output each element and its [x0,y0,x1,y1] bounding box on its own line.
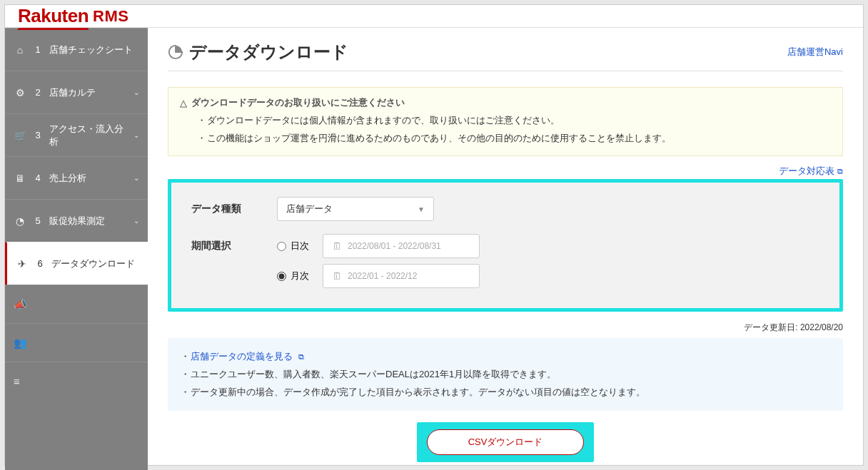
updated-value: 2022/08/20 [800,322,843,332]
sidebar-item-2[interactable]: ⚙2店舗カルテ⌄ [5,71,148,113]
monthly-range-text: 2022/01 - 2022/12 [348,271,417,281]
warning-line: ダウンロードデータには個人情報が含まれますので、取り扱いにはご注意ください。 [197,112,831,130]
warning-heading: △ ダウンロードデータのお取り扱いにご注意ください [180,96,831,109]
chart-link-row: データ対応表⧉ [168,165,843,178]
warning-list: ダウンロードデータには個人情報が含まれますので、取り扱いにはご注意ください。この… [180,112,831,147]
sidebar-item-index: 5 [34,215,42,226]
gear-icon: ⚙ [14,87,26,98]
daily-date-input[interactable]: 🗓 2022/08/01 - 2022/08/31 [323,234,480,258]
cart-icon: 🛒 [14,130,26,141]
warning-box: △ ダウンロードデータのお取り扱いにご注意ください ダウンロードデータには個人情… [168,87,843,156]
sidebar-item-5[interactable]: ◔5販促効果測定⌄ [5,199,148,242]
home-icon: ⌂ [14,44,26,56]
sidebar-item-index: 2 [34,87,42,98]
monthly-row: 月次 🗓 2022/01 - 2022/12 [277,264,819,288]
pie-icon: ◔ [14,215,26,227]
info-line: データ更新中の場合、データ作成が完了した項目から表示されます。データがない項目の… [181,384,830,402]
updated-label: データ更新日: [744,322,797,332]
title-row: データダウンロード 店舗運営Navi [168,41,843,71]
sidebar-item-6[interactable]: ✈6データダウンロード [5,242,148,285]
sidebar-item-index: 3 [34,130,42,141]
daily-radio-input[interactable] [277,242,286,251]
list-icon[interactable]: ≡ [5,362,148,400]
sidebar-item-label: アクセス・流入分析 [49,123,126,148]
calendar-icon: 🗓 [332,240,342,252]
sidebar-item-index: 1 [34,44,42,55]
monthly-date-input[interactable]: 🗓 2022/01 - 2022/12 [323,264,480,288]
sidebar-item-1[interactable]: ⌂1店舗チェックシート [5,28,148,71]
definition-link[interactable]: 店舗データの定義を見る ⧉ [191,351,304,362]
sidebar-item-label: データダウンロード [51,257,139,270]
monthly-radio[interactable]: 月次 [277,270,314,282]
calendar-icon: 🗓 [332,270,342,282]
app-frame: Rakuten RMS ⌂1店舗チェックシート⚙2店舗カルテ⌄🛒3アクセス・流入… [4,4,864,466]
sidebar-tray: 📣👥≡ [5,285,148,400]
csv-download-button[interactable]: CSVダウンロード [427,429,584,455]
shop-navi-link[interactable]: 店舗運営Navi [787,46,843,58]
sidebar-item-3[interactable]: 🛒3アクセス・流入分析⌄ [5,113,148,156]
period-label: 期間選択 [191,240,277,252]
send-icon: ✈ [16,258,29,270]
info-line: ユニークユーザー数、購入者数、楽天スーパーDEALは2021年1月以降を取得でき… [181,366,830,384]
sidebar-item-4[interactable]: 🖥4売上分析⌄ [5,156,148,199]
info-box: 店舗データの定義を見る ⧉ ユニークユーザー数、購入者数、楽天スーパーDEALは… [168,338,843,411]
data-type-label: データ種類 [191,203,277,215]
logo-rms: RMS [93,7,128,26]
logo-rakuten: Rakuten [18,5,89,27]
download-highlight: CSVダウンロード [417,422,594,462]
sidebar-item-index: 4 [34,173,42,183]
sidebar-item-label: 売上分析 [49,172,126,185]
sidebar-item-label: 販促効果測定 [49,215,126,228]
chevron-down-icon: ⌄ [133,131,139,139]
chevron-down-icon: ▼ [418,205,425,213]
chevron-down-icon: ⌄ [133,217,139,225]
daily-radio[interactable]: 日次 [277,240,314,252]
pie-icon [168,44,183,60]
monthly-radio-input[interactable] [277,272,286,281]
sidebar-item-label: 店舗チェックシート [49,44,139,56]
updated-row: データ更新日: 2022/08/20 [168,322,843,334]
megaphone-icon[interactable]: 📣 [5,285,148,323]
sidebar: ⌂1店舗チェックシート⚙2店舗カルテ⌄🛒3アクセス・流入分析⌄🖥4売上分析⌄◔5… [5,28,148,470]
external-link-icon: ⧉ [837,167,843,175]
chevron-down-icon: ⌄ [133,174,139,182]
warning-heading-text: ダウンロードデータのお取り扱いにご注意ください [191,96,405,109]
sidebar-item-label: 店舗カルテ [49,86,126,99]
chevron-down-icon: ⌄ [133,88,139,96]
main-content: データダウンロード 店舗運営Navi △ ダウンロードデータのお取り扱いにご注意… [148,28,863,470]
data-type-select[interactable]: 店舗データ ▼ [277,197,434,221]
warning-line: この機能はショップ運営を円滑に進めるためのものであり、その他の目的のために使用す… [197,130,831,148]
data-table-link[interactable]: データ対応表⧉ [779,165,843,176]
info-link-row: 店舗データの定義を見る ⧉ [181,348,830,366]
filter-panel: データ種類 店舗データ ▼ 期間選択 日次 🗓 2022/08/01 - 202… [168,179,843,312]
monitor-icon: 🖥 [14,173,26,184]
data-type-row: データ種類 店舗データ ▼ [191,197,819,221]
external-link-icon: ⧉ [298,352,304,361]
monthly-radio-label: 月次 [291,270,309,282]
daily-radio-label: 日次 [291,240,309,252]
data-type-value: 店舗データ [286,203,333,215]
page-title-text: データダウンロード [189,41,348,63]
sidebar-item-index: 6 [36,258,44,269]
page-title: データダウンロード [168,41,348,63]
header: Rakuten RMS [5,5,863,28]
download-wrap: CSVダウンロード [168,422,843,462]
daily-range-text: 2022/08/01 - 2022/08/31 [348,241,441,251]
warning-icon: △ [180,98,187,108]
users-icon[interactable]: 👥 [5,323,148,362]
period-row: 期間選択 日次 🗓 2022/08/01 - 2022/08/31 [191,234,819,258]
